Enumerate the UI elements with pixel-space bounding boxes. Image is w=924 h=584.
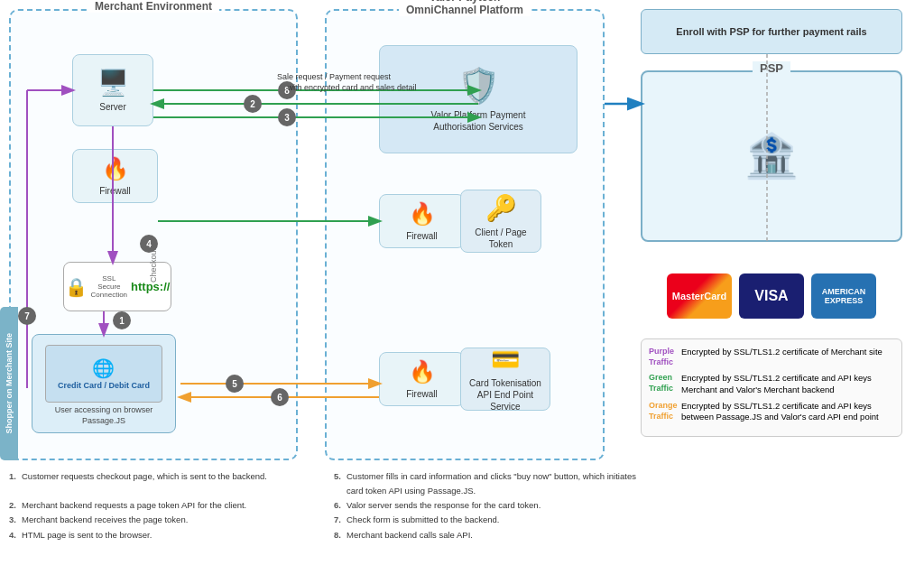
psp-box: PSP 🏦 [641, 70, 902, 242]
credit-card-label: Credit Card / Debit Card [58, 381, 150, 390]
enroll-label: Enroll with PSP for further payment rail… [676, 26, 866, 37]
card-token-component: 💳 Card TokenisationAPI End Point Service [460, 348, 550, 411]
firewall-mid1-component: 🔥 Firewall [379, 194, 465, 248]
mastercard-label: MasterCard [672, 291, 727, 301]
page-token-component: 🔑 Client / Page Token [460, 190, 541, 253]
legend-green-desc: Encrypted by SSL/TLS1.2 certificate and … [681, 373, 894, 395]
note-8: 8. Merchant backend calls sale API. [334, 528, 641, 542]
browser-screen: 🌐 Credit Card / Debit Card [45, 345, 162, 403]
firewall-left-label: Firewall [99, 185, 130, 197]
visa-card: VISA [739, 273, 804, 319]
main-container: Merchant Environment Valor PaytechOmniCh… [0, 0, 924, 584]
psp-bank-icon: 🏦 [744, 131, 799, 181]
note-3: 3. Merchant backend receives the page to… [9, 513, 316, 527]
server-label: Server [99, 101, 125, 113]
shopper-label: Shopper on Merchant Site [5, 333, 14, 434]
mastercard-card: MasterCard [667, 273, 732, 319]
card-token-icon: 💳 [491, 346, 520, 374]
legend-purple: PurpleTraffic Encrypted by SSL/TLS1.2 ce… [649, 347, 894, 367]
globe-icon: 🌐 [58, 357, 150, 379]
note-1: 1. Customer requests checkout page, whic… [9, 469, 316, 498]
note-6: 6. Valor server sends the response for t… [334, 498, 641, 513]
legend-purple-label: PurpleTraffic [649, 347, 676, 367]
card-token-label: Card TokenisationAPI End Point Service [467, 377, 544, 413]
merchant-env-label: Merchant Environment [88, 0, 219, 13]
valor-auth-component: 🛡️ Valor Platform PaymentAuthorisation S… [379, 45, 578, 153]
firewall-mid1-label: Firewall [406, 230, 437, 242]
enroll-box: Enroll with PSP for further payment rail… [641, 9, 902, 54]
note-4: 4. HTML page is sent to the browser. [9, 528, 316, 542]
shopper-sidebar: Shopper on Merchant Site [0, 307, 18, 460]
ssl-text: SSLSecureConnection [91, 274, 127, 299]
server-icon: 🖥️ [97, 68, 129, 97]
ssl-icon: 🔒 [65, 276, 88, 298]
legend-green: GreenTraffic Encrypted by SSL/TLS1.2 cer… [649, 373, 894, 395]
firewall-mid2-component: 🔥 Firewall [379, 352, 465, 406]
legend-orange: OrangeTraffic Encrypted by SSL/TLS1.2 ce… [649, 401, 894, 423]
checkout-label: Checkout [149, 248, 158, 283]
amex-label: AMERICANEXPRESS [822, 287, 866, 305]
valor-auth-label: Valor Platform PaymentAuthorisation Serv… [431, 109, 526, 133]
server-component: 🖥️ Server [72, 54, 153, 126]
note-7: 7. Check form is submitted to the backen… [334, 513, 641, 527]
firewall-mid2-icon: 🔥 [409, 359, 436, 385]
note-5: 5. Customer fills in card information an… [334, 469, 641, 498]
psp-label: PSP [753, 61, 790, 75]
key-icon: 🔑 [485, 193, 517, 223]
legend-orange-desc: Encrypted by SSL/TLS1.2 certificate and … [681, 401, 894, 423]
amex-card: AMERICANEXPRESS [811, 273, 876, 319]
visa-label: VISA [754, 288, 788, 304]
firewall-left-icon: 🔥 [102, 156, 129, 181]
note-2: 2. Merchant backend requests a page toke… [9, 498, 316, 513]
valor-platform-label: Valor PaytechOmniChannel Platform [399, 0, 531, 16]
firewall-left-component: 🔥 Firewall [72, 149, 158, 203]
firewall-mid2-label: Firewall [406, 388, 437, 400]
bottom-notes: 1. Customer requests checkout page, whic… [9, 469, 641, 542]
firewall-mid1-icon: 🔥 [409, 201, 436, 227]
browser-component: 🌐 Credit Card / Debit Card User accessin… [32, 334, 176, 433]
payment-cards: MasterCard VISA AMERICANEXPRESS [641, 260, 902, 332]
browser-label: User accessing on browserPassage.JS [55, 404, 153, 427]
legend-green-label: GreenTraffic [649, 373, 676, 395]
valor-shield-icon: 🛡️ [457, 66, 500, 106]
legend-box: PurpleTraffic Encrypted by SSL/TLS1.2 ce… [641, 338, 902, 437]
legend-orange-label: OrangeTraffic [649, 401, 676, 423]
page-token-label: Client / Page Token [467, 227, 535, 250]
legend-purple-desc: Encrypted by SSL/TLS1.2 certificate of M… [681, 347, 882, 367]
